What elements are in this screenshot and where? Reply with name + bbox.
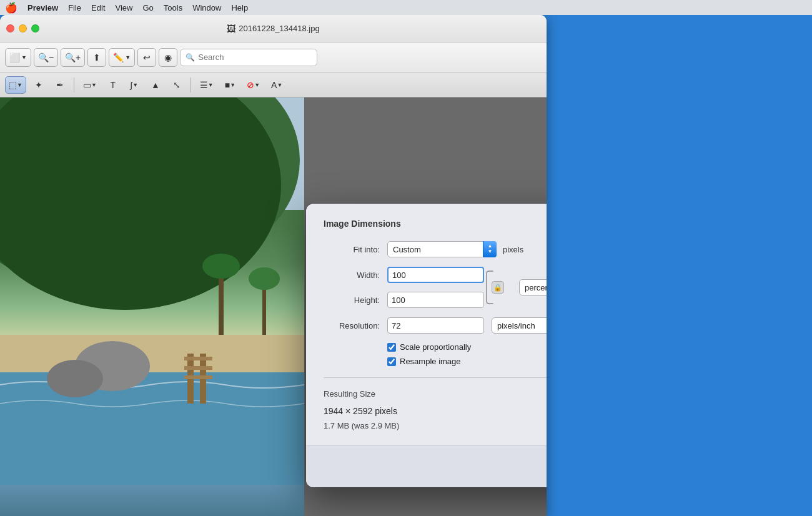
svg-point-7	[249, 267, 280, 290]
zoom-out-icon: 🔍−	[38, 52, 54, 62]
search-input[interactable]	[198, 52, 312, 62]
fit-select[interactable]: Custom Actual Size	[387, 241, 497, 257]
lock-icon[interactable]: 🔒	[492, 281, 504, 294]
svg-rect-16	[184, 375, 212, 379]
menu-file[interactable]: File	[68, 3, 81, 12]
dialog-title: Image Dimensions	[324, 219, 547, 229]
text-button[interactable]: T	[104, 76, 122, 94]
rotate-left-button[interactable]: ↩	[137, 48, 156, 67]
svg-rect-14	[184, 357, 212, 360]
height-row: Height:	[324, 292, 484, 308]
menu-edit[interactable]: Edit	[91, 3, 105, 12]
search-box[interactable]: 🔍	[180, 49, 317, 66]
menu-help[interactable]: Help	[231, 3, 248, 12]
draw-button[interactable]: ✒	[51, 76, 69, 94]
svg-rect-15	[184, 366, 212, 370]
chevron-down-icon: ▼	[21, 54, 27, 61]
lock-bracket: 🔒	[485, 266, 509, 309]
crop-icon: ⤡	[173, 80, 181, 90]
menu-view[interactable]: View	[116, 3, 133, 12]
stroke-color-button[interactable]: ■ ▼	[221, 76, 239, 94]
shape-icon: ▭	[83, 80, 91, 90]
resolution-unit-select[interactable]: pixels/inch pixels/cm	[492, 317, 547, 334]
resulting-size-title: Resulting Size	[324, 389, 547, 399]
resolution-label: Resolution:	[324, 321, 380, 330]
minimize-button[interactable]	[19, 24, 27, 32]
resolution-input[interactable]	[387, 317, 484, 334]
resolution-row: Resolution: pixels/inch pixels/cm ▲ ▼	[324, 317, 547, 334]
content-area: Image Dimensions Fit into: Custom Actual…	[0, 97, 547, 516]
chevron-icon6: ▼	[254, 82, 260, 88]
tools-separator2	[191, 77, 191, 92]
dialog-buttons: Cancel OK	[306, 445, 547, 487]
sidebar-icon: ⬜	[9, 52, 20, 62]
adjust-icon: ▲	[151, 80, 160, 90]
fit-select-container: Custom Actual Size ▲ ▼	[387, 241, 497, 257]
height-label: Height:	[324, 295, 380, 305]
chevron-icon2: ▼	[91, 82, 97, 88]
menu-window[interactable]: Window	[192, 3, 221, 12]
search-icon: 🔍	[186, 53, 195, 62]
menubar: 🍎 Preview File Edit View Go Tools Window…	[0, 0, 812, 15]
adjust-button[interactable]: ▲	[147, 76, 164, 94]
zoom-in-button[interactable]: 🔍+	[61, 48, 85, 67]
title-bar: 🖼 20161228_134418.jpg	[0, 15, 547, 42]
share-icon: ⬆	[93, 52, 101, 62]
maximize-button[interactable]	[31, 24, 39, 32]
fill-color-button[interactable]: ⊘ ▼	[243, 76, 264, 94]
magic-wand-button[interactable]: ✦	[30, 76, 47, 94]
menu-preview[interactable]: Preview	[27, 3, 58, 12]
list-button[interactable]: ☰ ▼	[196, 76, 217, 94]
stroke-icon: ■	[225, 80, 230, 90]
font-button[interactable]: A ▼	[267, 76, 286, 94]
menu-go[interactable]: Go	[142, 3, 153, 12]
fit-label: Fit into:	[324, 245, 380, 254]
rotate-left-icon: ↩	[143, 52, 151, 62]
location-button[interactable]: ◉	[159, 48, 177, 67]
fill-icon: ⊘	[247, 80, 254, 90]
svg-point-5	[202, 254, 240, 279]
result-size: 1.7 MB (was 2.9 MB)	[324, 421, 547, 430]
pen-icon: ✒	[56, 80, 64, 90]
selection-tool-button[interactable]: ⬚ ▼	[5, 76, 26, 94]
signature-button[interactable]: ∫ ▼	[126, 76, 143, 94]
chevron-icon: ▼	[17, 82, 22, 88]
window-title: 20161228_134418.jpg	[239, 24, 319, 33]
menu-tools[interactable]: Tools	[164, 3, 182, 12]
preview-window: 🖼 20161228_134418.jpg ⬜ ▼ 🔍− 🔍+ ⬆ ✏️ ▼ ↩…	[0, 15, 547, 516]
document-icon: 🖼	[227, 24, 235, 34]
image-dimensions-dialog: Image Dimensions Fit into: Custom Actual…	[306, 204, 547, 487]
resample-checkbox[interactable]	[387, 357, 396, 366]
chevron-icon4: ▼	[208, 82, 214, 88]
zoom-in-icon: 🔍+	[65, 52, 81, 62]
beach-photo	[0, 97, 304, 516]
scale-checkbox[interactable]	[387, 343, 396, 352]
chevron-icon3: ▼	[132, 82, 138, 88]
svg-rect-9	[0, 372, 304, 485]
tools-bar: ⬚ ▼ ✦ ✒ ▭ ▼ T ∫ ▼ ▲ ⤡ ☰ ▼	[0, 72, 547, 97]
width-label: Width:	[324, 270, 380, 280]
wand-icon: ✦	[35, 80, 42, 90]
pencil-icon: ✏️	[113, 52, 124, 62]
fit-unit-label: pixels	[503, 245, 523, 254]
scale-label: Scale proportionally	[400, 342, 471, 352]
markup-button[interactable]: ✏️ ▼	[109, 48, 135, 67]
zoom-out-button[interactable]: 🔍−	[34, 48, 58, 67]
width-row: Width:	[324, 267, 484, 283]
resample-label: Resample image	[400, 357, 461, 366]
selection-icon: ⬚	[9, 80, 17, 90]
apple-menu[interactable]: 🍎	[5, 2, 17, 14]
close-button[interactable]	[6, 24, 14, 32]
width-input[interactable]	[387, 267, 484, 283]
height-input[interactable]	[387, 292, 484, 308]
crop-button[interactable]: ⤡	[168, 76, 186, 94]
traffic-lights	[6, 24, 39, 32]
sidebar-toggle-button[interactable]: ⬜ ▼	[5, 48, 31, 67]
svg-point-3	[0, 97, 281, 310]
svg-point-11	[47, 360, 103, 397]
percent-unit-select[interactable]: percent pixels	[519, 279, 547, 295]
share-button[interactable]: ⬆	[87, 48, 106, 67]
percent-unit-container: percent pixels ▲ ▼	[519, 279, 547, 295]
fit-into-row: Fit into: Custom Actual Size ▲ ▼ pixels	[324, 241, 547, 257]
shape-button[interactable]: ▭ ▼	[79, 76, 101, 94]
